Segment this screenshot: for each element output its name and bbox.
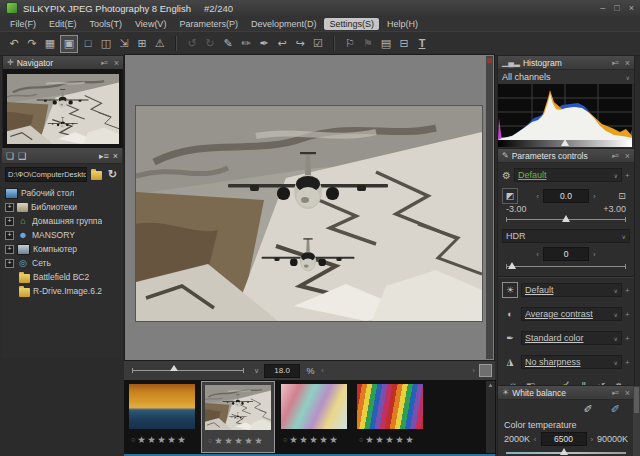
auto-exposure-icon[interactable]: ⊡ (614, 188, 630, 204)
rating-row[interactable]: ○ ★★★★★ (125, 432, 199, 446)
histogram-gradient-bar[interactable] (498, 140, 632, 147)
add-taste-icon[interactable]: + (625, 171, 630, 180)
exposure-slider-thumb[interactable] (562, 215, 570, 222)
panel-close-icon[interactable]: × (625, 58, 630, 68)
filmstrip-scrollbar[interactable]: ▲ (486, 381, 495, 453)
star-rating[interactable]: ★★★★★ (214, 435, 264, 446)
spin-left-icon[interactable]: ‹ (536, 192, 539, 201)
tree-item-rdrive[interactable]: R-Drive.Image.6.2 (5, 284, 122, 298)
spin-right-icon[interactable]: › (591, 435, 594, 444)
thumbnail-view-icon[interactable]: ▦ (42, 36, 58, 52)
right-panel-scrollbar[interactable] (633, 386, 640, 456)
hdr-slider[interactable] (506, 262, 626, 272)
flag-icon[interactable]: ○ (208, 437, 212, 444)
expand-icon[interactable]: + (5, 203, 14, 212)
spin-left-icon[interactable]: ‹ (536, 250, 539, 259)
skin-dropper-icon[interactable]: ✐ (611, 403, 620, 416)
hdr-spinner[interactable]: ‹ 0 › (502, 247, 630, 261)
panel-collapse-icon[interactable]: ▸≡ (99, 151, 109, 161)
menu-help[interactable]: Help(H) (382, 18, 423, 30)
channel-dropdown[interactable]: All channels ∨ (498, 70, 634, 85)
exposure-value[interactable]: 0.0 (543, 189, 589, 203)
zoom-slider-thumb[interactable] (170, 365, 178, 371)
hdr-value[interactable]: 0 (543, 247, 589, 261)
contrast-dropdown[interactable]: Average contrast ∨ (521, 307, 622, 321)
star-rating[interactable]: ★★★★★ (365, 434, 415, 445)
panel-close-icon[interactable]: × (113, 151, 118, 161)
undo-icon[interactable]: ↺ (184, 36, 200, 52)
marker-pen-3-icon[interactable]: ✒ (256, 36, 272, 52)
color-dropdown[interactable]: Standard color ∨ (521, 331, 622, 345)
strip-panel-button[interactable] (479, 364, 492, 377)
exposure-spinner[interactable]: ‹ 0.0 › (521, 189, 611, 203)
canvas-scrollbar[interactable] (486, 56, 493, 359)
expand-icon[interactable]: + (5, 231, 14, 240)
tree-item-desktop[interactable]: Рабочий стол (5, 186, 122, 200)
rating-row[interactable]: ○ ★★★★★ (277, 432, 351, 446)
star-rating[interactable]: ★★★★★ (289, 434, 339, 445)
flag-icon[interactable]: ○ (131, 436, 135, 443)
close-button[interactable]: × (629, 3, 634, 13)
spin-right-icon[interactable]: › (593, 192, 596, 201)
menu-view[interactable]: View(V) (130, 18, 171, 30)
filmstrip-toggle-icon[interactable]: ⊟ (396, 36, 412, 52)
panel-collapse-icon[interactable]: ▸≡ (101, 59, 107, 67)
add-icon[interactable]: + (625, 358, 630, 367)
zoom-value[interactable]: 18.0 (264, 364, 300, 378)
refresh-button[interactable]: ↻ (106, 169, 119, 181)
menu-tools[interactable]: Tools(T) (85, 18, 128, 30)
exposure-bias-icon[interactable]: ◩ (502, 188, 518, 204)
sharpness-dropdown[interactable]: No sharpness ∨ (521, 355, 622, 369)
tree-item-libraries[interactable]: + Библиотеки (5, 200, 122, 214)
zoom-decrease-icon[interactable]: ‹ (321, 366, 324, 375)
panel-collapse-icon[interactable]: ▸≡ (612, 152, 618, 160)
tree-item-network[interactable]: + ◎ Сеть (5, 256, 122, 270)
thumbnail-autumn[interactable]: ○ ★★★★★ (125, 381, 199, 453)
thumbnail-image[interactable] (205, 385, 271, 430)
tree-item-homegroup[interactable]: + ⌂ Домашняя группа (5, 214, 122, 228)
menu-edit[interactable]: Edit(E) (44, 18, 82, 30)
tree-item-computer[interactable]: + Компьютер (5, 242, 122, 256)
thumbnail-aircraft[interactable]: ○ ★★★★★ (201, 381, 275, 453)
rotate-left-icon[interactable]: ↶ (6, 36, 22, 52)
tree-item-user[interactable]: + ☻ MANSORY (5, 228, 122, 242)
folder-path-dropdown[interactable]: D:\ФО\ComputerDesktop ∨ (5, 167, 87, 182)
marker-pen-2-icon[interactable]: ✏ (238, 36, 254, 52)
panel-collapse-icon[interactable]: ▸≡ (612, 59, 618, 67)
rotate-image-cw-icon[interactable]: ↪ (292, 36, 308, 52)
add-icon[interactable]: + (625, 310, 630, 319)
white-balance-row-icon[interactable]: ☀ (502, 282, 518, 298)
hdr-slider-thumb[interactable] (508, 262, 516, 269)
strip-scroll-right-icon[interactable]: › (472, 366, 475, 375)
gray-dropper-icon[interactable]: ✐ (584, 403, 593, 416)
print-icon[interactable]: ▤ (378, 36, 394, 52)
menu-file[interactable]: File(F) (5, 18, 41, 30)
preview-canvas[interactable] (124, 54, 495, 361)
zoom-dropdown-icon[interactable]: ∨ (254, 367, 259, 375)
color-icon[interactable]: ✒ (502, 330, 518, 346)
expand-icon[interactable]: + (5, 259, 14, 268)
marker-pen-1-icon[interactable]: ✎ (220, 36, 236, 52)
temperature-spinner[interactable]: ‹ 6500 › (530, 432, 597, 446)
panel-close-icon[interactable]: × (625, 151, 630, 161)
contrast-icon[interactable]: ◐ (502, 306, 518, 322)
temperature-slider[interactable] (506, 448, 626, 456)
folder-tab-icon[interactable]: ❏ (6, 151, 14, 161)
new-folder-button[interactable] (90, 169, 103, 181)
minimize-button[interactable]: – (600, 3, 605, 13)
add-icon[interactable]: + (625, 334, 630, 343)
text-tool-icon[interactable]: T (414, 36, 430, 52)
temperature-value[interactable]: 6500 (541, 432, 587, 446)
hdr-dropdown[interactable]: HDR ∨ (502, 229, 630, 243)
mark-key-1-icon[interactable]: ⚐ (342, 36, 358, 52)
preview-view-icon[interactable]: ▣ (60, 35, 78, 53)
expand-icon[interactable]: + (5, 217, 14, 226)
maximize-button[interactable]: □ (614, 3, 619, 13)
rotate-right-icon[interactable]: ↷ (24, 36, 40, 52)
exposure-slider[interactable] (506, 215, 626, 225)
fullscreen-view-icon[interactable]: ⇲ (116, 36, 132, 52)
rotate-image-ccw-icon[interactable]: ↩ (274, 36, 290, 52)
gear-icon[interactable]: ⚙ (502, 170, 511, 181)
compare-view-icon[interactable]: ◫ (98, 36, 114, 52)
taste-dropdown[interactable]: Default ∨ (514, 168, 622, 182)
